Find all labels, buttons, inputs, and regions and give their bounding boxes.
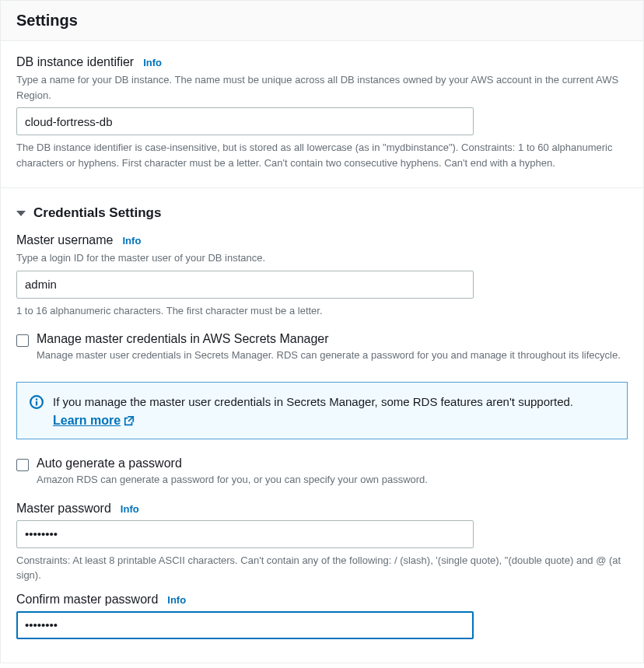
auto-generate-label[interactable]: Auto generate a password (37, 456, 628, 470)
master-password-label: Master password (16, 502, 111, 516)
credentials-section-toggle[interactable]: Credentials Settings (16, 205, 628, 221)
master-password-input[interactable] (16, 520, 474, 548)
alert-text: If you manage the master user credential… (53, 393, 573, 411)
db-identifier-input[interactable] (16, 107, 474, 135)
auto-generate-option: Auto generate a password Amazon RDS can … (16, 456, 628, 492)
db-identifier-desc: Type a name for your DB instance. The na… (16, 72, 628, 103)
master-username-field: Master username Info Type a login ID for… (16, 233, 628, 318)
secrets-manager-desc: Manage master user credentials in Secret… (37, 348, 628, 363)
svg-rect-1 (36, 400, 37, 405)
master-password-info-link[interactable]: Info (121, 503, 139, 515)
confirm-password-field: Confirm master password Info (16, 593, 628, 639)
secrets-manager-option: Manage master credentials in AWS Secrets… (16, 332, 628, 368)
settings-panel: Settings DB instance identifier Info Typ… (0, 0, 644, 663)
db-identifier-hint: The DB instance identifier is case-insen… (16, 140, 628, 170)
caret-down-icon (16, 211, 26, 216)
master-password-hint: Constraints: At least 8 printable ASCII … (16, 553, 628, 583)
master-username-desc: Type a login ID for the master user of y… (16, 250, 628, 266)
secrets-manager-label[interactable]: Manage master credentials in AWS Secrets… (37, 332, 628, 346)
info-icon (30, 395, 44, 409)
master-username-input[interactable] (16, 271, 474, 299)
panel-header: Settings (1, 1, 643, 41)
learn-more-label: Learn more (53, 414, 121, 428)
learn-more-link[interactable]: Learn more (53, 414, 135, 428)
master-username-hint: 1 to 16 alphanumeric characters. The fir… (16, 303, 628, 319)
page-title: Settings (16, 12, 628, 30)
credentials-section-title: Credentials Settings (33, 205, 161, 221)
confirm-password-input[interactable] (16, 611, 474, 639)
auto-generate-desc: Amazon RDS can generate a password for y… (37, 472, 628, 488)
panel-body: DB instance identifier Info Type a name … (1, 41, 643, 663)
auto-generate-checkbox[interactable] (16, 459, 29, 471)
confirm-password-info-link[interactable]: Info (167, 594, 186, 606)
external-link-icon (124, 414, 135, 428)
master-password-field: Master password Info Constraints: At lea… (16, 502, 628, 583)
secrets-manager-alert: If you manage the master user credential… (16, 382, 628, 440)
svg-rect-2 (36, 398, 37, 400)
confirm-password-label: Confirm master password (16, 593, 158, 607)
section-divider (1, 187, 643, 188)
db-identifier-info-link[interactable]: Info (143, 57, 162, 68)
master-username-info-link[interactable]: Info (123, 235, 142, 247)
db-identifier-label: DB instance identifier (16, 55, 134, 69)
secrets-manager-checkbox[interactable] (16, 334, 29, 347)
db-identifier-field: DB instance identifier Info Type a name … (16, 55, 628, 170)
master-username-label: Master username (16, 233, 114, 247)
